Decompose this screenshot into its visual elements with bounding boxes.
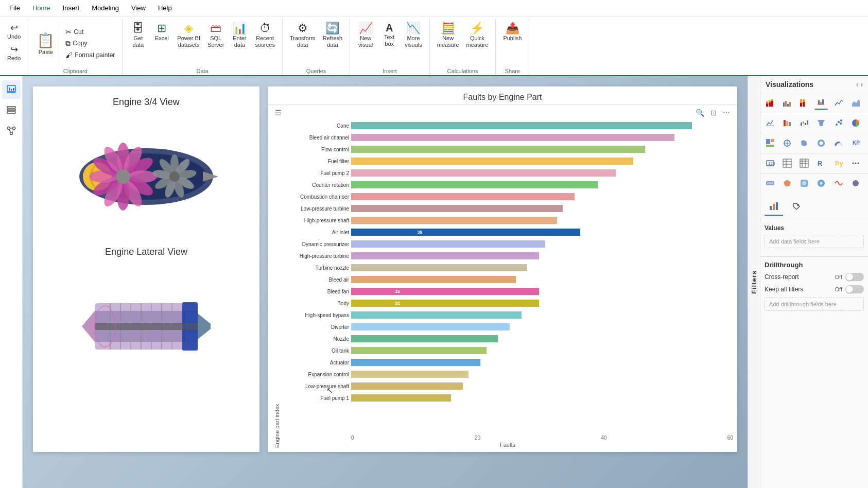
viz-custom6[interactable]: ... [849,177,862,190]
excel-button[interactable]: ⊞ Excel [150,21,173,44]
format-painter-button[interactable]: 🖌 Format painter [62,50,118,60]
text-box-button[interactable]: A Text box [378,21,401,49]
cross-report-value: Off [835,274,842,280]
viz-custom5[interactable] [832,177,845,190]
new-visual-button[interactable]: 📈 New visual [354,21,377,50]
chart-x-axis: 0 20 40 60 [282,434,733,441]
viz-ribbon[interactable] [780,116,794,130]
bar-row: Fuel filter [282,155,733,167]
publish-button[interactable]: 📤 Publish [500,21,525,44]
insert-group: 📈 New visual A Text box 📉 More visuals I… [350,19,430,75]
viz-100-stacked-bar[interactable] [797,96,811,110]
viz-line2[interactable] [763,116,777,130]
expand-panel-button[interactable]: › [860,80,863,89]
viz-kpi[interactable]: KPI [849,136,862,150]
quick-measure-button[interactable]: ⚡ Quick measure [463,21,492,50]
menu-view[interactable]: View [126,2,151,14]
chart-menu-icon[interactable]: ☰ [274,108,283,118]
menu-insert[interactable]: Insert [58,2,85,14]
get-data-button[interactable]: 🗄 Get data [127,21,149,50]
queries-group: ⚙ Transform data 🔄 Refresh data Queries [283,19,350,75]
chart-y-label: Engine part index [272,120,282,448]
expand-icon[interactable]: ⊡ [709,108,718,118]
bar-row: Oil tank [282,345,733,356]
viz-more[interactable] [849,156,862,170]
format-painter-icon: 🖌 [65,51,73,59]
menu-file[interactable]: File [4,2,25,14]
viz-custom1[interactable] [763,177,777,190]
svg-rect-119 [773,204,775,210]
values-placeholder[interactable]: Add data fields here [765,235,864,248]
panel-title: Visualizations [766,80,813,89]
format-tab[interactable] [787,197,806,216]
cut-button[interactable]: ✂ Cut [62,27,118,37]
viz-table[interactable] [780,156,794,170]
refresh-data-button[interactable]: 🔄 Refresh data [320,21,346,50]
svg-point-92 [820,142,823,145]
viz-treemap[interactable] [763,136,777,150]
svg-rect-85 [766,139,770,144]
viz-line[interactable] [832,96,845,110]
filter-icon[interactable]: 🔍 [695,108,705,118]
viz-custom2[interactable] [780,177,794,190]
viz-scatter[interactable] [832,116,845,130]
menu-help[interactable]: Help [153,2,177,14]
viz-clustered-bar[interactable] [780,96,794,110]
viz-map[interactable] [780,136,794,150]
drillthrough-placeholder[interactable]: Add drillthrough fields here [765,298,864,311]
more-visuals-button[interactable]: 📉 More visuals [402,21,425,50]
transform-data-button[interactable]: ⚙ Transform data [287,21,319,50]
paste-button[interactable]: 📋 Paste [32,21,59,66]
enter-data-button[interactable]: 📊 Enter data [228,21,251,50]
cross-report-toggle[interactable]: Off [835,273,864,281]
viz-r-script[interactable]: R [814,156,828,170]
viz-python[interactable]: Py [832,156,845,170]
powerbi-button[interactable]: ◈ Power BI datasets [174,21,203,50]
svg-rect-61 [789,102,791,107]
engine-3d-image [43,120,249,233]
keep-filters-track[interactable] [845,285,864,293]
bar-row: Turbine nozzle [282,262,733,273]
undo-button[interactable]: ↩ Undo [4,21,24,41]
cross-report-track[interactable] [845,273,864,281]
keep-filters-toggle[interactable]: Off [835,285,864,293]
viz-clustered-column[interactable] [814,96,828,110]
viz-custom3[interactable] [797,177,811,190]
viz-card[interactable]: 123 [763,156,777,170]
engine-lateral-image [43,270,249,383]
viz-stacked-bar[interactable] [763,96,777,110]
bar-row: High-pressure shaft [282,215,733,226]
sql-icon: 🗃 [210,23,221,34]
menu-modeling[interactable]: Modeling [86,2,124,14]
collapse-panel-button[interactable]: ‹ [856,80,859,89]
viz-filled-map[interactable] [797,136,811,150]
report-view-icon[interactable] [2,80,21,99]
publish-icon: 📤 [506,23,519,34]
bar-row: Nozzle [282,333,733,344]
build-tab[interactable] [765,197,783,216]
data-view-icon[interactable] [2,101,21,119]
viz-area[interactable] [849,96,862,110]
viz-gauge[interactable] [832,136,845,150]
more-options-icon[interactable]: ⋯ [722,108,731,118]
redo-button[interactable]: ↪ Redo [4,42,24,63]
viz-donut[interactable] [814,136,828,150]
viz-waterfall[interactable] [797,116,811,130]
svg-text:KPI: KPI [853,140,860,146]
menu-home[interactable]: Home [27,2,56,14]
viz-custom4[interactable] [814,177,828,190]
left-sidebar [0,76,23,488]
share-group-label: Share [505,66,520,75]
model-view-icon[interactable] [2,121,21,140]
bar-row: High-speed bypass [282,309,733,321]
viz-funnel[interactable] [814,116,828,130]
viz-pie[interactable] [849,116,862,130]
svg-rect-120 [776,202,778,210]
viz-matrix[interactable] [797,156,811,170]
sql-button[interactable]: 🗃 SQL Server [204,21,227,50]
svg-rect-58 [783,102,785,107]
new-measure-button[interactable]: 🧮 New measure [434,21,462,50]
copy-button[interactable]: ⧉ Copy [62,38,118,49]
svg-rect-73 [786,121,788,126]
recent-sources-button[interactable]: ⏱ Recent sources [252,21,278,50]
